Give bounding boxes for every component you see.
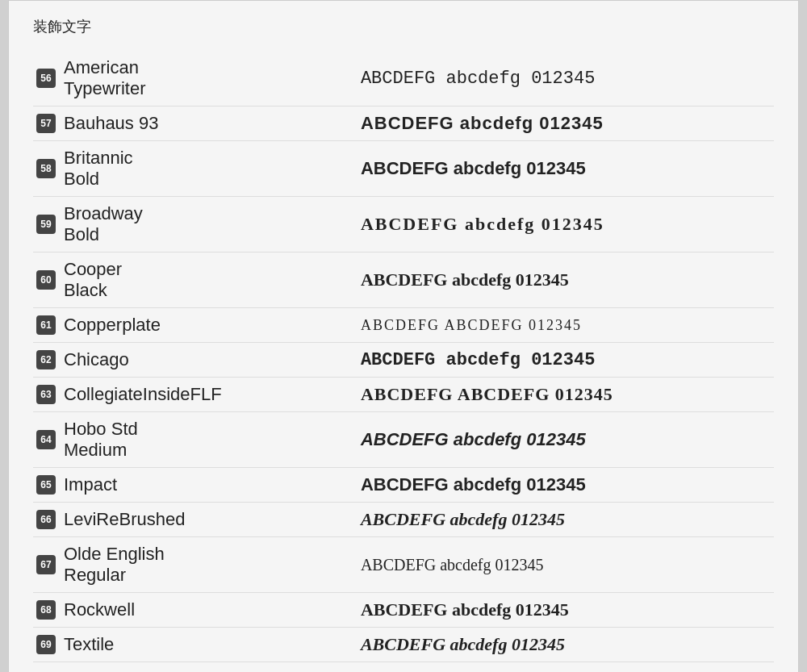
font-row: 66LeviReBrushedABCDEFG abcdefg 012345 (33, 503, 774, 537)
font-number-badge: 68 (36, 600, 56, 620)
font-sample-text: ABCDEFG abcdefg 012345 (361, 429, 586, 449)
font-left-cell: 56American Typewriter (33, 51, 358, 106)
font-row: 69TextileABCDEFG abcdefg 012345 (33, 628, 774, 662)
font-row: 56American TypewriterABCDEFG abcdefg 012… (33, 51, 774, 106)
font-number-badge: 59 (36, 215, 56, 234)
font-row: 64Hobo Std MediumABCDEFG abcdefg 012345 (33, 412, 774, 468)
font-name-label: Britannic Bold (64, 148, 169, 190)
font-number-badge: 56 (36, 69, 56, 88)
font-name-label: Hobo Std Medium (64, 419, 169, 461)
font-name-label: Textile (64, 634, 114, 655)
font-left-cell: 69Textile (33, 628, 358, 662)
font-sample-text: ABCDEFG abcdefg 012345 (361, 158, 586, 178)
font-sample-text: ABCDEFG ABCDEFG 012345 (361, 317, 582, 333)
font-sample-cell: ABCDEFG abcdefg 012345 (358, 51, 774, 106)
font-number-badge: 61 (36, 315, 56, 335)
font-name-label: Copperplate (64, 315, 161, 336)
font-sample-cell: ABCDEFG abcdefg 012345 (358, 253, 774, 308)
font-row: 60Cooper BlackABCDEFG abcdefg 012345 (33, 253, 774, 308)
font-number-badge: 67 (36, 555, 56, 574)
font-left-cell: 68Rockwell (33, 593, 358, 628)
font-sample-text: ABCDEFG abcdefg 012345 (361, 214, 604, 234)
font-sample-text: ABCDEFG abcdefg 012345 (361, 69, 595, 89)
font-number-badge: 64 (36, 430, 56, 449)
font-row: 57Bauhaus 93ABCDEFG abcdefg 012345 (33, 106, 774, 141)
main-page: 装飾文字 56American TypewriterABCDEFG abcdef… (8, 0, 799, 672)
font-sample-cell: ABCDEFG ABCDEFG 012345 (358, 378, 774, 412)
font-sample-cell: ABCDEFG abcdefg 012345 (358, 468, 774, 503)
font-number-badge: 62 (36, 350, 56, 369)
font-sample-text: ABCDEFG abcdefg 012345 (361, 474, 586, 495)
font-row: 62ChicagoABCDEFG abcdefg 012345 (33, 343, 774, 378)
font-sample-text: ABCDEFG abcdefg 012345 (361, 599, 569, 620)
font-name-label: Olde English Regular (64, 544, 169, 586)
font-sample-cell: ABCDEFG abcdefg 012345 (358, 197, 774, 253)
font-sample-text: ABCDEFG abcdefg 012345 (361, 269, 569, 290)
font-left-cell: 57Bauhaus 93 (33, 106, 358, 141)
font-row: 58Britannic BoldABCDEFG abcdefg 012345 (33, 141, 774, 197)
font-table: 56American TypewriterABCDEFG abcdefg 012… (33, 51, 774, 662)
font-number-badge: 63 (36, 385, 56, 404)
font-name-label: Cooper Black (64, 259, 169, 301)
font-left-cell: 59Broadway Bold (33, 197, 358, 253)
font-sample-cell: ABCDEFG abcdefg 012345 (358, 593, 774, 628)
font-left-cell: 62Chicago (33, 343, 358, 378)
font-left-cell: 58Britannic Bold (33, 141, 358, 197)
font-sample-text: ABCDEFG abcdefg 012345 (361, 509, 565, 529)
font-left-cell: 61Copperplate (33, 308, 358, 343)
font-number-badge: 66 (36, 510, 56, 529)
font-sample-text: ABCDEFG abcdefg 012345 (361, 556, 544, 574)
font-number-badge: 58 (36, 159, 56, 178)
font-left-cell: 60Cooper Black (33, 253, 358, 308)
font-sample-text: ABCDEFG ABCDEFG 012345 (361, 384, 613, 404)
page-title: 装飾文字 (33, 17, 774, 36)
font-sample-cell: ABCDEFG abcdefg 012345 (358, 412, 774, 468)
font-name-label: Bauhaus 93 (64, 113, 158, 134)
font-row: 65ImpactABCDEFG abcdefg 012345 (33, 468, 774, 503)
font-sample-cell: ABCDEFG ABCDEFG 012345 (358, 308, 774, 343)
font-name-label: American Typewriter (64, 57, 169, 99)
font-left-cell: 66LeviReBrushed (33, 503, 358, 537)
font-name-label: Rockwell (64, 599, 135, 620)
font-name-label: Broadway Bold (64, 203, 169, 245)
font-row: 68RockwellABCDEFG abcdefg 012345 (33, 593, 774, 628)
font-left-cell: 63CollegiateInsideFLF (33, 378, 358, 412)
font-sample-cell: ABCDEFG abcdefg 012345 (358, 343, 774, 378)
font-sample-text: ABCDEFG abcdefg 012345 (361, 350, 595, 370)
font-number-badge: 60 (36, 270, 56, 290)
font-name-label: LeviReBrushed (64, 509, 185, 530)
font-name-label: CollegiateInsideFLF (64, 384, 222, 405)
font-number-badge: 69 (36, 635, 56, 654)
font-left-cell: 67Olde English Regular (33, 537, 358, 593)
font-row: 67Olde English RegularABCDEFG abcdefg 01… (33, 537, 774, 593)
font-row: 61CopperplateABCDEFG ABCDEFG 012345 (33, 308, 774, 343)
font-number-badge: 57 (36, 114, 56, 133)
font-row: 63CollegiateInsideFLFABCDEFG ABCDEFG 012… (33, 378, 774, 412)
font-sample-cell: ABCDEFG abcdefg 012345 (358, 106, 774, 141)
font-sample-cell: ABCDEFG abcdefg 012345 (358, 141, 774, 197)
font-left-cell: 65Impact (33, 468, 358, 503)
font-name-label: Chicago (64, 349, 129, 370)
font-left-cell: 64Hobo Std Medium (33, 412, 358, 468)
font-sample-cell: ABCDEFG abcdefg 012345 (358, 628, 774, 662)
font-sample-cell: ABCDEFG abcdefg 012345 (358, 537, 774, 593)
font-row: 59Broadway BoldABCDEFG abcdefg 012345 (33, 197, 774, 253)
font-sample-text: ABCDEFG abcdefg 012345 (361, 113, 604, 133)
font-sample-cell: ABCDEFG abcdefg 012345 (358, 503, 774, 537)
font-number-badge: 65 (36, 475, 56, 495)
font-name-label: Impact (64, 474, 117, 495)
font-sample-text: ABCDEFG abcdefg 012345 (361, 634, 565, 654)
